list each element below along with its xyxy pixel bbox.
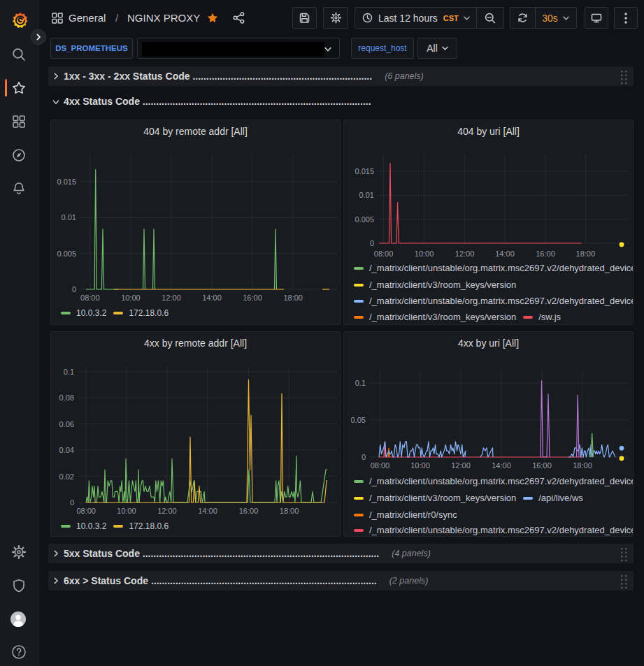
- svg-text:12:00: 12:00: [157, 507, 177, 515]
- svg-text:14:00: 14:00: [492, 461, 511, 470]
- svg-text:16:00: 16:00: [239, 507, 259, 515]
- svg-text:0.06: 0.06: [59, 420, 74, 428]
- svg-text:0.05: 0.05: [351, 416, 366, 424]
- svg-text:0.04: 0.04: [59, 446, 74, 454]
- svg-text:10:00: 10:00: [410, 461, 430, 470]
- svg-text:12:00: 12:00: [162, 294, 181, 302]
- svg-text:0.01: 0.01: [62, 213, 76, 222]
- svg-text:14:00: 14:00: [495, 249, 515, 258]
- svg-text:10:00: 10:00: [415, 249, 434, 258]
- svg-text:18:00: 18:00: [283, 294, 303, 302]
- svg-text:08:00: 08:00: [371, 461, 390, 470]
- svg-text:18:00: 18:00: [280, 507, 299, 515]
- svg-text:0.08: 0.08: [59, 393, 74, 402]
- svg-text:0.01: 0.01: [359, 191, 374, 199]
- svg-text:0.005: 0.005: [57, 249, 76, 258]
- svg-text:18:00: 18:00: [576, 249, 596, 258]
- svg-text:0: 0: [70, 498, 74, 507]
- svg-text:0.015: 0.015: [355, 167, 374, 175]
- svg-text:14:00: 14:00: [202, 294, 222, 302]
- svg-text:18:00: 18:00: [573, 461, 592, 470]
- svg-text:10:00: 10:00: [117, 507, 136, 515]
- svg-text:0.1: 0.1: [64, 368, 74, 376]
- svg-text:0: 0: [370, 239, 374, 247]
- svg-text:0: 0: [362, 453, 366, 461]
- svg-text:10:00: 10:00: [121, 294, 141, 302]
- svg-text:0.005: 0.005: [355, 215, 374, 224]
- svg-text:12:00: 12:00: [451, 461, 471, 470]
- svg-text:08:00: 08:00: [80, 294, 100, 302]
- svg-text:16:00: 16:00: [532, 461, 552, 470]
- svg-text:12:00: 12:00: [455, 249, 475, 258]
- svg-text:0: 0: [72, 285, 76, 294]
- svg-text:16:00: 16:00: [243, 294, 262, 302]
- svg-text:0.015: 0.015: [57, 178, 76, 186]
- svg-text:16:00: 16:00: [536, 249, 555, 258]
- svg-text:08:00: 08:00: [374, 249, 394, 258]
- svg-text:08:00: 08:00: [76, 507, 96, 515]
- svg-text:14:00: 14:00: [198, 507, 217, 515]
- svg-text:0.02: 0.02: [59, 472, 74, 481]
- svg-text:0.1: 0.1: [355, 379, 366, 387]
